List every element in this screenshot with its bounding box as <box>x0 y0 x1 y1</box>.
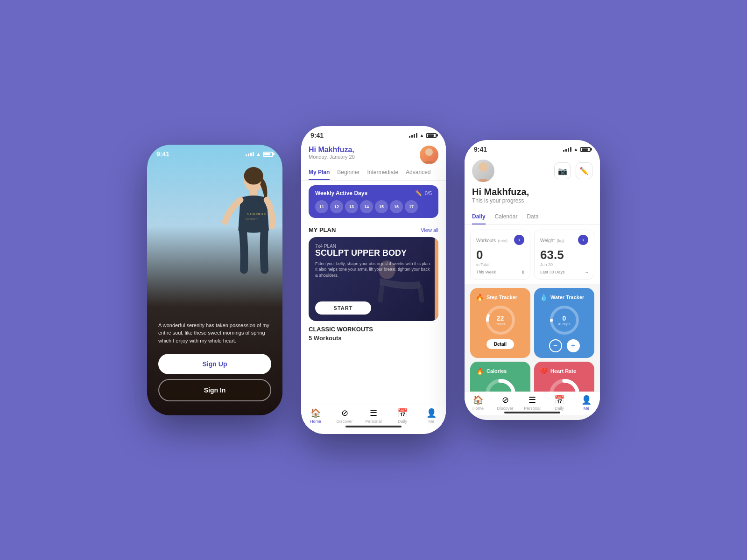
me-label-3: Me <box>584 406 590 411</box>
greeting-name: Hi Makhfuza, <box>309 146 355 154</box>
view-all-link[interactable]: View all <box>421 227 438 233</box>
day-circles: 11 12 13 14 15 16 17 <box>315 200 432 213</box>
discover-label-3: Discover <box>497 406 513 411</box>
battery-icon <box>263 152 273 157</box>
status-bar-3: 9:41 ▲ <box>465 140 600 156</box>
camera-icon: 📷 <box>558 167 567 175</box>
water-controls: − + <box>549 339 580 352</box>
day-16: 16 <box>390 200 403 213</box>
this-week-val: 0 <box>522 270 524 274</box>
last30-val: -- <box>585 270 588 274</box>
tab-daily-3[interactable]: Daily <box>472 210 486 224</box>
workouts-stat-header: Workouts (min) › <box>476 235 524 245</box>
nav-personal-2[interactable]: ☰ Personal <box>359 408 388 424</box>
wifi-icon-3: ▲ <box>573 147 578 152</box>
personal-label-3: Personal <box>524 406 541 411</box>
svg-text:STRENGTH: STRENGTH <box>247 212 266 216</box>
water-total: /8 cups <box>558 322 571 326</box>
progress-sub: This is your progress <box>472 197 592 204</box>
nav-me-2[interactable]: 👤 Me <box>417 408 446 424</box>
day-12: 12 <box>330 200 343 213</box>
phone-home: 9:41 ▲ <box>301 126 446 434</box>
greeting-date: Monday, January 20 <box>309 154 355 160</box>
step-detail-btn[interactable]: Detail <box>486 339 514 349</box>
nav-discover-2[interactable]: ⊘ Discover <box>330 408 359 424</box>
nav-home-3[interactable]: 🏠 Home <box>465 395 492 411</box>
time-3: 9:41 <box>474 146 487 153</box>
camera-icon-btn[interactable]: 📷 <box>554 162 571 179</box>
status-icons-1: ▲ <box>246 151 273 157</box>
water-plus-btn[interactable]: + <box>567 339 580 352</box>
tab-beginner[interactable]: Beginner <box>337 169 359 180</box>
phone-welcome: 9:41 ▲ <box>147 145 282 415</box>
signal-icon <box>246 152 254 156</box>
workouts-sub: in Total <box>476 262 524 267</box>
calories-header: 🔥 Calories <box>476 367 525 375</box>
water-minus-btn[interactable]: − <box>549 339 562 352</box>
calories-icon: 🔥 <box>476 367 484 375</box>
home-label-2: Home <box>310 419 321 424</box>
plan-name: SCULPT UPPER BODY <box>315 249 432 258</box>
start-button[interactable]: START <box>315 301 371 315</box>
fitness-woman-svg: STRENGTH RESPECT <box>194 161 282 301</box>
nav-daily-2[interactable]: 📅 Daily <box>388 408 417 424</box>
weight-arrow-btn[interactable]: › <box>578 235 588 245</box>
tab-calendar-3[interactable]: Calendar <box>495 210 518 224</box>
progress-header: 📷 ✏️ Hi Makhfuza, This is your progress <box>465 156 600 210</box>
greeting-area: Hi Makhfuza, Monday, January 20 <box>309 146 355 160</box>
day-13: 13 <box>345 200 358 213</box>
tab-my-plan[interactable]: My Plan <box>309 169 330 180</box>
daily-icon-2: 📅 <box>397 408 408 418</box>
water-tracker-header: 💧 Water Tracker <box>540 294 589 301</box>
svg-point-1 <box>244 167 263 185</box>
weight-date: Jun 20 <box>540 262 588 267</box>
home-indicator-3 <box>504 412 560 413</box>
plan-card-content: 7x4 PLAN SCULPT UPPER BODY Fitten your b… <box>309 237 438 321</box>
day-15: 15 <box>375 200 388 213</box>
home-header: Hi Makhfuza, Monday, January 20 <box>301 142 446 164</box>
weight-title: Weight <box>540 238 555 243</box>
status-bar-2: 9:41 ▲ <box>301 126 446 142</box>
weight-stat-header: Weight (kg) › <box>540 235 588 245</box>
plan-card: 7x4 PLAN SCULPT UPPER BODY Fitten your b… <box>309 237 438 321</box>
home-label-3: Home <box>472 406 484 411</box>
phone-progress: 9:41 ▲ <box>465 140 600 420</box>
nav-personal-3[interactable]: ☰ Personal <box>519 395 546 411</box>
nav-me-3[interactable]: 👤 Me <box>573 395 600 411</box>
tab-advanced[interactable]: Advanced <box>406 169 430 180</box>
nav-home-2[interactable]: 🏠 Home <box>301 408 330 424</box>
last30-label: Last 30 Days <box>540 270 565 274</box>
signin-button[interactable]: Sign In <box>158 379 271 401</box>
step-circle-center: 22 /8000 <box>495 315 505 326</box>
nav-discover-3[interactable]: ⊘ Discover <box>492 395 519 411</box>
profile-row: 📷 ✏️ <box>472 160 592 182</box>
battery-icon-2 <box>426 133 437 138</box>
welcome-bottom: A wonderful serenity has taken possessio… <box>147 312 282 416</box>
me-label-2: Me <box>429 419 435 424</box>
me-icon-3: 👤 <box>581 395 592 405</box>
classic-workouts-section: CLASSIC WORKOUTS 5 Workouts <box>301 321 446 345</box>
workouts-value: 0 <box>476 248 524 262</box>
discover-label-2: Discover <box>336 419 352 424</box>
calories-name: Calories <box>486 368 507 374</box>
plan-tabs: My Plan Beginner Intermediate Advanced <box>301 164 446 181</box>
signup-button[interactable]: Sign Up <box>158 354 271 374</box>
progress-greeting: Hi Makhfuza, <box>472 187 592 197</box>
workouts-count: 5 Workouts <box>309 333 438 343</box>
discover-icon-3: ⊘ <box>502 395 509 405</box>
me-icon-2: 👤 <box>426 408 437 418</box>
workouts-label: Workouts (min) <box>476 236 507 244</box>
heartrate-name: Heart Rate <box>550 368 576 374</box>
status-icons-3: ▲ <box>563 147 591 152</box>
edit-icon-btn[interactable]: ✏️ <box>576 162 592 179</box>
workouts-arrow-btn[interactable]: › <box>514 235 524 245</box>
workouts-title: Workouts <box>476 238 496 243</box>
nav-daily-3[interactable]: 📅 Daily <box>546 395 573 411</box>
step-tracker-card: 🔥 Step Tracker 22 /8000 <box>470 288 530 358</box>
my-plan-section-header: MY PLAN View all <box>301 223 446 237</box>
tab-intermediate[interactable]: Intermediate <box>367 169 398 180</box>
svg-point-7 <box>479 162 488 172</box>
daily-label-2: Daily <box>398 419 407 424</box>
tab-data-3[interactable]: Data <box>527 210 538 224</box>
water-icon: 💧 <box>540 294 548 301</box>
